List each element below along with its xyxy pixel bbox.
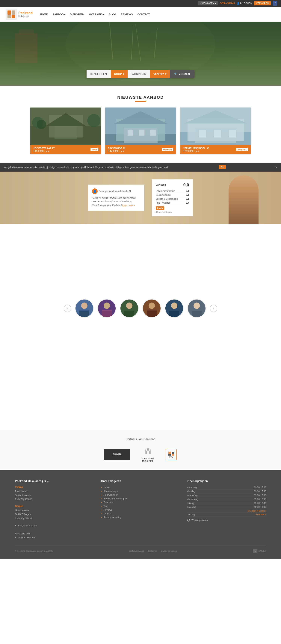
carousel-next[interactable]: › (210, 304, 217, 312)
inloggen-button[interactable]: 👤 INLOGGEN (237, 2, 252, 5)
circle-icon: ○ (200, 2, 201, 5)
footer-nav-koop[interactable]: Koopwoningen (101, 489, 180, 493)
score-row-4: Prijs / Kwaliteit 8,7 (156, 201, 189, 205)
svg-point-48 (126, 302, 132, 309)
footer-email[interactable]: E: info@peelrand.com (15, 524, 37, 527)
property-address-1: HOOFDSTRAAT 27 (33, 147, 55, 150)
footer-venray-address: Paterslaan 2 5801AS Venray T: (0478) 568… (15, 490, 94, 502)
property-card[interactable]: BINNENHOF 12 € 449.000,- k.k. Oostrum (105, 107, 176, 154)
openings-zaterdag: zaterdag 10:00-13:00 (187, 505, 266, 509)
footer-nav-privacy[interactable]: Privacy verklaring (101, 516, 180, 519)
footer-bergen-address: Mosaique 6-A 5854AZ Bergen T: (0485) 748… (15, 508, 94, 521)
woningen-button[interactable]: ○ WONINGEN ▾ (198, 1, 218, 6)
funda-badge[interactable]: funda (156, 206, 164, 210)
search-static-label: IK ZOEK EEN (86, 70, 111, 78)
top-bar: ○ WONINGEN ▾ 0478 – 568846 👤 INLOGGEN VE… (0, 0, 281, 7)
koop-dropdown[interactable]: KOOP ▾ (111, 70, 128, 78)
svg-point-63 (194, 302, 200, 309)
footer-openings-title: Openingstijden (187, 479, 266, 482)
openings-woensdag: woensdag 09:00-17:30 (187, 494, 266, 497)
kaiser-logo: K KAISER (253, 549, 266, 553)
property-price-1: € 459.000,- k.k. (33, 150, 55, 152)
property-address-2: BINNENHOF 12 (108, 147, 126, 150)
phone-number[interactable]: 0478 – 568846 (220, 2, 235, 5)
status-dot (187, 519, 190, 522)
funda-logo[interactable]: funda (104, 449, 130, 460)
footer-nav-blog[interactable]: Blog (101, 504, 180, 508)
svg-rect-27 (139, 130, 144, 136)
nav-home[interactable]: HOME (40, 13, 48, 16)
svg-rect-46 (102, 310, 112, 311)
property-image-3 (180, 108, 251, 145)
section-title: NIEUWSTE AANBOD (15, 95, 266, 100)
nvm-logo[interactable]: NVM (166, 449, 177, 460)
svg-text:funda: funda (113, 452, 122, 456)
svg-rect-56 (147, 310, 157, 311)
property-card[interactable]: HOOFDSTRAAT 27 € 459.000,- k.k. Ontp (30, 107, 101, 154)
property-price-3: € 299.000,- k.k. (183, 150, 209, 152)
nav-contact[interactable]: CONTACT (138, 13, 150, 16)
footer-nav-over[interactable]: Over ons (101, 500, 180, 504)
footer-nav-huur[interactable]: Huurwoningen (101, 493, 180, 497)
svg-rect-61 (169, 310, 179, 311)
nav-diensten[interactable]: DIENSTEN (70, 13, 84, 16)
cookie-ok-button[interactable]: Ok (218, 165, 226, 169)
section-divider (135, 101, 146, 102)
mortel-logo[interactable]: VAN DENMORTEL (142, 446, 154, 462)
nav-over-ons[interactable]: OVER ONS (89, 13, 104, 16)
team-avatar-5 (165, 299, 184, 318)
svg-rect-2 (12, 10, 15, 14)
content-spacer (0, 224, 281, 280)
svg-rect-4 (12, 15, 15, 18)
nieuwste-aanbod-section: NIEUWSTE AANBOD HOOFDSTRAA (0, 86, 281, 164)
main-nav: Peelrand Makelaardij HOME AANBOD DIENSTE… (0, 7, 281, 22)
facebook-icon[interactable]: f (273, 1, 277, 6)
footer-copyright: © Peelrand Makelaardij Venray B.V. 2025 (15, 550, 53, 552)
property-image-2 (105, 108, 176, 145)
svg-point-58 (171, 302, 178, 309)
footer: Peelrand Makelaardij B.V. Venray Patersl… (0, 470, 281, 559)
footer-bottom: © Peelrand Makelaardij Venray B.V. 2025 … (15, 546, 266, 553)
property-card[interactable]: HERMELIJNSINGEL 30 € 299.000,- k.k. Berg… (180, 107, 251, 154)
nav-aanbod[interactable]: AANBOD (52, 13, 65, 16)
footer-nav-home[interactable]: Home (101, 486, 180, 489)
svg-rect-35 (214, 130, 221, 138)
status-text: Wij zijn gesloten (192, 519, 208, 522)
property-price-2: € 449.000,- k.k. (108, 150, 126, 152)
svg-rect-34 (199, 130, 206, 138)
svg-rect-72 (168, 454, 171, 456)
score-row-1: Lokale marktkennis 9,1 (156, 189, 189, 193)
nav-reviews[interactable]: REVIEWS (121, 13, 133, 16)
svg-point-53 (148, 302, 155, 309)
location-arrow-icon: ▾ (165, 72, 166, 76)
openings-dinsdag: dinsdag 09:00-17:30 (187, 490, 266, 494)
property-info-2: BINNENHOF 12 € 449.000,- k.k. Oostrum (105, 145, 176, 154)
kaiser-label: KAISER (258, 550, 266, 552)
carousel-prev[interactable]: ‹ (64, 304, 71, 312)
openings-zondag: zondag Gesloten ✕ (187, 513, 266, 516)
nav-blog[interactable]: BLOG (109, 13, 116, 16)
team-carousel: ‹ (15, 299, 266, 318)
verkopen-button[interactable]: VERKOPEN (254, 1, 271, 6)
privacy-verklaring-link[interactable]: privacy verklaring (161, 550, 177, 552)
team-member-4 (142, 299, 161, 318)
svg-rect-71 (172, 452, 174, 454)
footer-nav-contact[interactable]: Contact (101, 512, 180, 516)
cookieverklaring-link[interactable]: cookieverklaring (129, 550, 144, 552)
read-more-link[interactable]: Lees meer » (122, 204, 135, 206)
svg-rect-36 (229, 130, 236, 138)
property-badge-2: Oostrum (162, 148, 173, 151)
search-button[interactable]: 🔍 ZOEKEN (170, 70, 194, 78)
footer-nav-reviews[interactable]: Reviews (101, 508, 180, 512)
footer-bottom-links: cookieverklaring disclaimer privacy verk… (129, 550, 177, 552)
logo[interactable]: Peelrand Makelaardij (6, 8, 32, 20)
cookie-close-button[interactable]: × (275, 166, 277, 169)
disclaimer-link[interactable]: disclaimer (148, 550, 157, 552)
nvm-logo-box: NVM (166, 449, 177, 460)
footer-nav-bedrijf[interactable]: Bedrijfsomroerend goed (101, 497, 180, 500)
svg-rect-70 (168, 452, 171, 454)
svg-point-19 (87, 114, 100, 127)
property-address-3: HERMELIJNSINGEL 30 (183, 147, 209, 150)
property-badge-3: Bergen L (236, 148, 248, 151)
venray-dropdown[interactable]: VENRAY ▾ (150, 70, 170, 78)
